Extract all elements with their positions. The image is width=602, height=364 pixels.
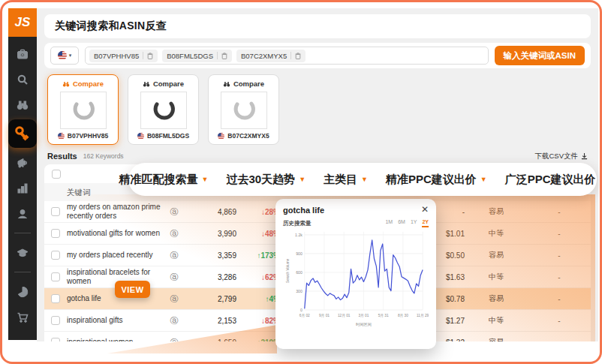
asin-chip[interactable]: B07C2XMYX5 [236, 50, 306, 62]
difficulty-cell: 容易 [465, 250, 528, 260]
svg-text:8月 30: 8月 30 [398, 314, 408, 318]
svg-text:5月 31: 5月 31 [378, 314, 389, 318]
compare-card-asin: B08FML5DGS [147, 132, 189, 140]
column-header-item[interactable]: 精准PPC建议出价▼ [386, 173, 487, 187]
asin-input-field[interactable]: B07VPHHV85 B08FML5DGS B07C2XMYX5 [85, 47, 489, 65]
compare-card[interactable]: Compare B07C2XMYX5 [208, 74, 279, 145]
time-range-tabs: 1M6M1Y2Y [385, 219, 429, 227]
submit-keywords-button[interactable]: 输入关键词或ASIN [495, 46, 585, 65]
app-frame: JS [0, 0, 602, 364]
column-header-item[interactable]: 广泛PPC建议出价▼ [505, 173, 602, 187]
bar-chart-icon[interactable] [17, 182, 29, 194]
compare-card[interactable]: Compare B08FML5DGS [128, 74, 199, 145]
broad-bid-cell: - [528, 230, 591, 238]
row-checkbox[interactable] [51, 272, 60, 281]
popup-subtitle: 历史搜索量 [283, 220, 312, 227]
sidebar-item-keyword-research[interactable] [8, 119, 37, 148]
difficulty-cell: 容易 [465, 337, 528, 341]
time-range-tab-1y[interactable]: 1Y [411, 219, 417, 227]
trash-icon[interactable] [295, 53, 301, 59]
us-flag-icon [58, 51, 67, 60]
svg-text:Search Volume: Search Volume [286, 258, 290, 282]
svg-text:12月 01: 12月 01 [338, 314, 351, 318]
svg-text:900: 900 [296, 251, 303, 256]
product-image [60, 92, 107, 129]
asin-chip-label: B08FML5DGS [167, 52, 213, 60]
keyword-trend-popup: gotcha life ✕ 历史搜索量 1M6M1Y2Y 03006009001… [275, 199, 436, 349]
graduation-cap-icon[interactable] [17, 246, 29, 259]
key-icon [14, 125, 31, 142]
svg-text:6月 02: 6月 02 [299, 314, 310, 318]
broad-bid-cell: - [528, 295, 591, 303]
trend-cell: ↑173% [236, 251, 280, 260]
product-image [140, 92, 187, 129]
row-checkbox[interactable] [51, 338, 60, 341]
time-range-tab-2y[interactable]: 2Y [422, 219, 429, 227]
search-volume-cell: 3,286 [184, 273, 236, 281]
time-range-tab-6m[interactable]: 6M [398, 219, 405, 227]
keyword-cell: inspirational women [67, 338, 164, 341]
column-header-item[interactable]: 精准匹配搜索量▼ [119, 173, 209, 187]
binoculars-icon [223, 80, 230, 88]
broad-bid-cell: - [528, 338, 591, 342]
search-volume-cell: 3,359 [184, 251, 236, 260]
chevron-down-icon: ▼ [361, 176, 368, 183]
select-all-checkbox[interactable] [52, 170, 61, 179]
compare-card[interactable]: Compare B07VPHHV85 [47, 74, 119, 145]
supplier-icon[interactable] [17, 207, 29, 220]
trend-cell: ↓28% [236, 208, 280, 216]
trash-icon[interactable] [221, 53, 227, 59]
sidebar-divider [14, 233, 31, 233]
compare-label: Compare [233, 80, 264, 88]
view-keyword-button[interactable]: VIEW [115, 281, 150, 298]
asin-chip[interactable]: B08FML5DGS [162, 50, 232, 62]
time-range-tab-1m[interactable]: 1M [385, 219, 393, 227]
asin-chip-label: B07C2XMYX5 [241, 52, 287, 60]
binoculars-icon [62, 80, 70, 88]
difficulty-cell: 容易 [465, 206, 528, 217]
amazon-badge-icon: ⓐ [164, 293, 184, 305]
svg-text:1.2k: 1.2k [295, 233, 303, 237]
results-label: Results [47, 152, 77, 161]
row-checkbox[interactable] [51, 229, 60, 238]
column-header-item[interactable]: 过去30天趋势▼ [226, 173, 306, 187]
download-csv-button[interactable]: 下载CSV文件 [534, 152, 588, 161]
page-header: 关键词搜索和ASIN反查 [44, 14, 591, 38]
pie-chart-icon[interactable] [17, 285, 29, 298]
row-checkbox[interactable] [51, 207, 60, 216]
search-icon[interactable] [17, 73, 29, 86]
vault-icon[interactable] [17, 47, 29, 60]
megaphone-icon[interactable] [17, 156, 29, 169]
row-checkbox[interactable] [51, 294, 60, 303]
amazon-badge-icon: ⓐ [164, 206, 184, 218]
trend-cell: ↓48% [236, 230, 280, 238]
chevron-down-icon: ▼ [600, 176, 602, 183]
keyword-cell: my orders placed recently [67, 251, 164, 260]
us-flag-icon [137, 133, 144, 140]
sidebar-divider [14, 272, 31, 272]
compare-card-asin: B07C2XMYX5 [227, 132, 269, 140]
us-flag-icon [218, 133, 224, 140]
page-title: 关键词搜索和ASIN反查 [55, 20, 167, 33]
asin-chip[interactable]: B07VPHHV85 [89, 50, 158, 62]
difficulty-cell: 中等 [465, 315, 528, 326]
trash-icon[interactable] [147, 53, 153, 59]
row-checkbox[interactable] [51, 316, 60, 325]
broad-bid-cell: - [528, 251, 591, 260]
svg-text:9月 01: 9月 01 [319, 314, 330, 318]
cart-icon[interactable] [17, 311, 29, 323]
svg-text:11月 29: 11月 29 [417, 314, 429, 318]
difficulty-cell: 容易 [465, 293, 528, 304]
chevron-down-icon: ▼ [480, 176, 487, 183]
trend-cell: ↓82% [236, 317, 280, 325]
binoculars-icon[interactable] [17, 98, 29, 111]
jungle-scout-logo: JS [8, 8, 37, 37]
column-header-item[interactable]: 主类目▼ [324, 173, 368, 187]
marketplace-select[interactable]: ▾ [50, 47, 79, 65]
search-volume-chart: 03006009001.2k6月 029月 0112月 013月 015月 31… [283, 227, 429, 337]
row-checkbox[interactable] [51, 251, 60, 260]
amazon-badge-icon: ⓐ [164, 228, 184, 239]
compare-card-asin: B07VPHHV85 [68, 132, 108, 140]
close-icon[interactable]: ✕ [421, 204, 429, 215]
amazon-badge-icon: ⓐ [164, 272, 184, 283]
